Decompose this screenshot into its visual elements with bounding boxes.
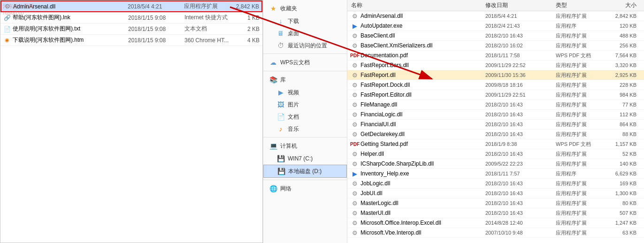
file-name-label: BaseClient.dll (360, 32, 485, 39)
file-type-label: 应用程序扩展 (556, 82, 603, 89)
file-name-label: FinancialUI.dll (360, 121, 485, 128)
right-file-row[interactable]: ⚙Microsoft.Office.Interop.Excel.dll2014/… (347, 218, 644, 228)
right-file-row[interactable]: ⚙FastReport.Dock.dll2009/8/18 18:16应用程序扩… (347, 80, 644, 90)
right-file-row[interactable]: ⚙Microsoft.Vbe.Interop.dll2007/10/10 9:4… (347, 228, 644, 238)
left-file-row[interactable]: ⚙AdminArsenal.dll2018/5/4 4:21应用程序扩展2,84… (0, 0, 262, 12)
nav-label: WPS云文档 (280, 59, 310, 67)
nav-section-WPS云文档[interactable]: ☁WPS云文档 (263, 56, 347, 69)
right-file-row[interactable]: ⚙FileManage.dll2018/2/10 16:43应用程序扩展77 K… (347, 100, 644, 110)
file-name-label: JobUI.dll (360, 190, 485, 197)
right-file-row[interactable]: ⚙AdminArsenal.dll2018/5/4 4:21应用程序扩展2,84… (347, 11, 644, 21)
desktop-icon: 🖥 (276, 29, 285, 38)
nav-label: 收藏夹 (280, 5, 297, 13)
nav-item-视频[interactable]: ▶视频 (263, 86, 347, 99)
file-size-label: 63 KB (603, 230, 640, 235)
right-file-row[interactable]: PDFDocumentation.pdf2018/1/11 7:58WPS PD… (347, 51, 644, 61)
nav-section-收藏夹[interactable]: ★收藏夹 (263, 2, 347, 15)
navigation-panel: ★收藏夹↓下载🖥桌面⏱最近访问的位置☁WPS云文档📚库▶视频🖼图片📄文档♪音乐💻… (263, 0, 347, 243)
left-file-row[interactable]: 🔗帮助(河东软件图网).lnk2018/1/15 9:08Internet 快捷… (0, 12, 262, 23)
right-file-row[interactable]: ⚙FastReport.dll2009/11/30 15:36应用程序扩展2,9… (347, 70, 644, 80)
file-name-label: FastReport.Bars.dll (360, 62, 485, 68)
lib-icon: 📚 (269, 76, 277, 84)
right-file-row[interactable]: ⚙Helper.dll2018/2/10 16:43应用程序扩展52 KB (347, 149, 644, 159)
file-date-label: 2007/10/10 9:48 (485, 230, 556, 235)
file-size-label: 120 KB (603, 23, 640, 29)
nav-item-最近访问的位置[interactable]: ⏱最近访问的位置 (263, 39, 347, 52)
dll-icon: ⚙ (351, 229, 359, 236)
file-size-label: 88 KB (603, 131, 640, 137)
file-date-label: 2018/1/15 9:08 (128, 37, 184, 44)
doc-icon: 📄 (276, 113, 285, 121)
file-size-label: 488 KB (603, 33, 640, 38)
pdf-icon: PDF (351, 140, 359, 148)
right-file-row[interactable]: ⚙FastReport.Editor.dll2009/11/29 22:51应用… (347, 90, 644, 100)
nav-item-桌面[interactable]: 🖥桌面 (263, 27, 347, 39)
right-file-row[interactable]: ⚙ICSharpCode.SharpZipLib.dll2009/5/22 22… (347, 159, 644, 169)
file-name-label: Inventory_Help.exe (360, 170, 485, 177)
right-file-row[interactable]: ⚙BaseClient.XmlSerializers.dll2018/2/10 … (347, 41, 644, 51)
file-size-label: 7,564 KB (603, 53, 640, 58)
file-type-label: 应用程序扩展 (556, 72, 603, 79)
file-name-label: Microsoft.Office.Interop.Excel.dll (360, 220, 485, 226)
nav-item-本地磁盘 (D:)[interactable]: 💾本地磁盘 (D:) (263, 165, 347, 178)
file-date-label: 2018/5/4 4:21 (128, 3, 184, 10)
drive-icon: 💾 (276, 154, 285, 163)
file-size-label: 112 KB (603, 112, 640, 117)
right-file-row[interactable]: ⚙GetDeclarekey.dll2018/2/10 16:43应用程序扩展8… (347, 129, 644, 139)
file-type-label: 应用程序扩展 (556, 111, 603, 118)
right-file-row[interactable]: ⚙FinanciaLogic.dll2018/2/10 16:43应用程序扩展1… (347, 110, 644, 120)
file-date-label: 2009/11/30 15:36 (485, 72, 556, 78)
right-file-row[interactable]: ⚙FastReport.Bars.dll2009/11/29 22:52应用程序… (347, 61, 644, 70)
file-name-label: GetDeclarekey.dll (360, 131, 485, 137)
dll-icon: ⚙ (351, 150, 359, 158)
file-type-label: 应用程序扩展 (556, 151, 603, 158)
nav-item-WIN7 (C:)[interactable]: 💾WIN7 (C:) (263, 152, 347, 165)
nav-item-文档[interactable]: 📄文档 (263, 111, 347, 123)
right-file-row[interactable]: ⚙MasterUI.dll2018/2/10 16:43应用程序扩展507 KB (347, 208, 644, 218)
nav-section-计算机[interactable]: 💻计算机 (263, 139, 347, 152)
right-file-row[interactable]: ⚙JobLogic.dll2018/2/10 16:43应用程序扩展169 KB (347, 179, 644, 189)
file-name-label: AdminArsenal.dll (13, 3, 128, 10)
nav-label: 本地磁盘 (D:) (288, 167, 322, 175)
nav-label: WIN7 (C:) (288, 155, 313, 162)
col-type-header: 类型 (556, 1, 603, 9)
left-file-row[interactable]: ◉下载说明(河东软件图网).htm2018/1/15 9:08360 Chrom… (0, 35, 262, 46)
file-type-label: WPS PDF 文档 (556, 141, 603, 148)
nav-label: 桌面 (288, 30, 299, 38)
file-name-label: Documentation.pdf (360, 52, 485, 59)
right-file-row[interactable]: ⚙BaseClient.dll2018/2/10 16:43应用程序扩展488 … (347, 31, 644, 41)
dll-icon: ⚙ (351, 130, 359, 138)
file-type-label: 360 Chrome HT... (184, 37, 231, 44)
file-name-label: FileManage.dll (360, 101, 485, 108)
right-file-row[interactable]: PDFGetting Started.pdf2018/1/9 8:38WPS P… (347, 139, 644, 149)
right-file-row[interactable]: ⚙MasterLogic.dll2018/2/10 16:43应用程序扩展80 … (347, 198, 644, 208)
right-file-row[interactable]: ⚙JobUI.dll2018/2/10 16:43应用程序扩展1,300 KB (347, 189, 644, 198)
nav-item-图片[interactable]: 🖼图片 (263, 99, 347, 111)
dll-icon: ⚙ (351, 61, 359, 69)
nav-section-网络[interactable]: 🌐网络 (263, 182, 347, 195)
file-type-label: 应用程序 (556, 170, 603, 177)
file-type-label: 应用程序扩展 (556, 121, 603, 128)
file-name-label: FastReport.Editor.dll (360, 91, 485, 98)
file-name-label: JobLogic.dll (360, 180, 485, 187)
nav-divider (263, 137, 347, 137)
right-file-row[interactable]: ▶Inventory_Help.exe2018/1/11 7:57应用程序6,6… (347, 169, 644, 179)
file-size-label: 507 KB (603, 210, 640, 216)
column-header: 名称 修改日期 类型 大小 (347, 0, 644, 11)
nav-item-音乐[interactable]: ♪音乐 (263, 123, 347, 135)
file-date-label: 2018/2/10 16:43 (485, 190, 556, 196)
nav-divider (263, 180, 347, 180)
file-size-label: 256 KB (603, 43, 640, 48)
right-file-row[interactable]: ▶AutoUpdater.exe2018/2/4 21:43应用程序120 KB (347, 21, 644, 31)
exe-icon: ▶ (351, 170, 359, 177)
file-name-label: ICSharpCode.SharpZipLib.dll (360, 160, 485, 167)
recent-icon: ⏱ (276, 41, 285, 50)
nav-section-库[interactable]: 📚库 (263, 73, 347, 86)
left-file-row[interactable]: 📄使用说明(河东软件图网).txt2018/1/15 9:08文本文档2 KB (0, 23, 262, 35)
nav-label: 图片 (288, 101, 299, 109)
nav-item-下载[interactable]: ↓下载 (263, 15, 347, 27)
right-file-row[interactable]: ⚙FinancialUI.dll2018/2/10 16:43应用程序扩展864… (347, 120, 644, 129)
dll-icon: ⚙ (351, 32, 359, 39)
dll-icon: ⚙ (351, 190, 359, 197)
file-date-label: 2009/11/29 22:51 (485, 92, 556, 98)
